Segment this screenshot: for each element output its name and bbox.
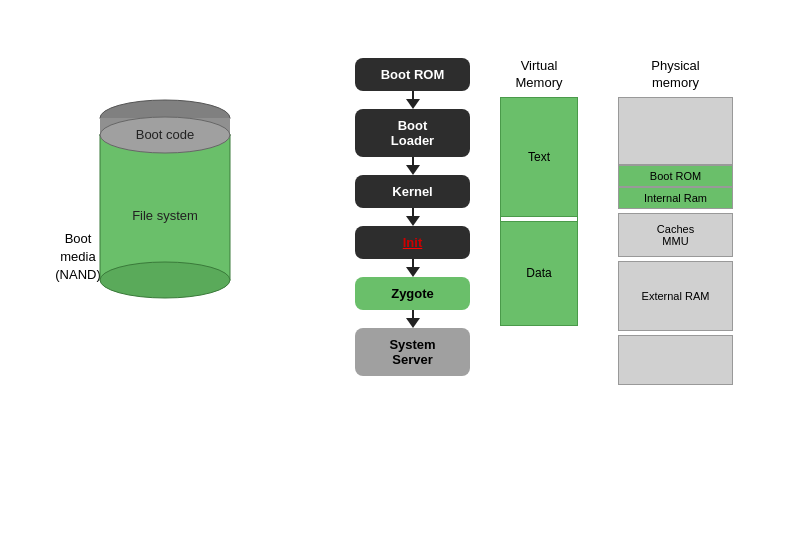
svg-text:File system: File system [132,208,198,223]
pm-external-ram: External RAM [618,261,733,331]
vm-text-block: Text [500,97,578,217]
boot-rom-box: Boot ROM [355,58,470,91]
pm-internal-ram: Internal Ram [618,187,733,209]
svg-point-2 [100,262,230,298]
kernel-label: Kernel [392,184,432,199]
svg-text:Boot code: Boot code [136,127,195,142]
boot-sequence: Boot ROM BootLoader Kernel Init [355,58,470,376]
zygote-label: Zygote [391,286,434,301]
pm-bottom-gray [618,335,733,385]
diagram-container: Bootmedia(NAND) Boot code File system Bo… [0,0,794,559]
vm-data-block: Data [500,221,578,326]
pm-caches-mmu: CachesMMU [618,213,733,257]
init-label: Init [403,235,423,250]
init-box: Init [355,226,470,259]
arrow2 [406,157,420,175]
kernel-box: Kernel [355,175,470,208]
physical-memory-header: Physicalmemory [618,58,733,92]
cylinder-svg: Boot code File system [90,80,240,300]
arrow5 [406,310,420,328]
arrow4 [406,259,420,277]
physical-memory-column: Physicalmemory Boot ROM Internal Ram Cac… [618,58,733,385]
boot-rom-label: Boot ROM [381,67,445,82]
virtual-memory-header: VirtualMemory [500,58,578,92]
arrow1 [406,91,420,109]
zygote-box: Zygote [355,277,470,310]
cylinder-wrapper: Boot code File system [90,80,240,303]
boot-loader-box: BootLoader [355,109,470,157]
virtual-memory-column: VirtualMemory Text Data [500,58,578,326]
pm-top-gray [618,97,733,165]
system-server-label: SystemServer [389,337,435,367]
pm-boot-rom: Boot ROM [618,165,733,187]
arrow3 [406,208,420,226]
system-server-box: SystemServer [355,328,470,376]
boot-loader-label: BootLoader [391,118,434,148]
